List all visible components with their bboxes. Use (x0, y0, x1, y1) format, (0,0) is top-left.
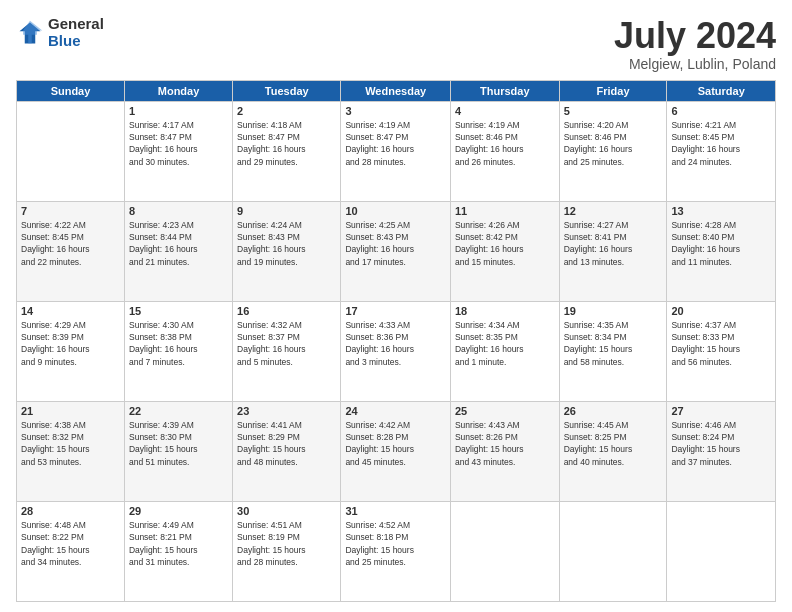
day-info: Sunrise: 4:19 AM Sunset: 8:47 PM Dayligh… (345, 119, 446, 168)
calendar-cell: 26Sunrise: 4:45 AM Sunset: 8:25 PM Dayli… (559, 401, 667, 501)
calendar-table: Sunday Monday Tuesday Wednesday Thursday… (16, 80, 776, 602)
col-monday: Monday (124, 80, 232, 101)
day-info: Sunrise: 4:18 AM Sunset: 8:47 PM Dayligh… (237, 119, 336, 168)
calendar-cell: 31Sunrise: 4:52 AM Sunset: 8:18 PM Dayli… (341, 501, 451, 601)
col-saturday: Saturday (667, 80, 776, 101)
day-number: 10 (345, 205, 446, 217)
day-number: 19 (564, 305, 663, 317)
day-info: Sunrise: 4:49 AM Sunset: 8:21 PM Dayligh… (129, 519, 228, 568)
day-number: 23 (237, 405, 336, 417)
day-number: 1 (129, 105, 228, 117)
calendar-week-5: 28Sunrise: 4:48 AM Sunset: 8:22 PM Dayli… (17, 501, 776, 601)
col-thursday: Thursday (450, 80, 559, 101)
day-number: 6 (671, 105, 771, 117)
day-number: 21 (21, 405, 120, 417)
calendar-cell: 4Sunrise: 4:19 AM Sunset: 8:46 PM Daylig… (450, 101, 559, 201)
day-info: Sunrise: 4:52 AM Sunset: 8:18 PM Dayligh… (345, 519, 446, 568)
day-number: 27 (671, 405, 771, 417)
calendar-cell: 2Sunrise: 4:18 AM Sunset: 8:47 PM Daylig… (233, 101, 341, 201)
calendar-cell: 10Sunrise: 4:25 AM Sunset: 8:43 PM Dayli… (341, 201, 451, 301)
day-number: 9 (237, 205, 336, 217)
calendar-week-2: 7Sunrise: 4:22 AM Sunset: 8:45 PM Daylig… (17, 201, 776, 301)
header-row: Sunday Monday Tuesday Wednesday Thursday… (17, 80, 776, 101)
logo: General Blue (16, 16, 104, 49)
calendar-cell (17, 101, 125, 201)
day-number: 26 (564, 405, 663, 417)
day-number: 18 (455, 305, 555, 317)
day-info: Sunrise: 4:39 AM Sunset: 8:30 PM Dayligh… (129, 419, 228, 468)
title-block: July 2024 Melgiew, Lublin, Poland (614, 16, 776, 72)
day-info: Sunrise: 4:41 AM Sunset: 8:29 PM Dayligh… (237, 419, 336, 468)
day-number: 4 (455, 105, 555, 117)
calendar-cell: 5Sunrise: 4:20 AM Sunset: 8:46 PM Daylig… (559, 101, 667, 201)
day-number: 14 (21, 305, 120, 317)
calendar-cell: 18Sunrise: 4:34 AM Sunset: 8:35 PM Dayli… (450, 301, 559, 401)
calendar-cell (667, 501, 776, 601)
day-number: 20 (671, 305, 771, 317)
day-info: Sunrise: 4:33 AM Sunset: 8:36 PM Dayligh… (345, 319, 446, 368)
calendar-cell (450, 501, 559, 601)
day-number: 3 (345, 105, 446, 117)
col-tuesday: Tuesday (233, 80, 341, 101)
day-info: Sunrise: 4:32 AM Sunset: 8:37 PM Dayligh… (237, 319, 336, 368)
day-info: Sunrise: 4:25 AM Sunset: 8:43 PM Dayligh… (345, 219, 446, 268)
calendar-cell: 29Sunrise: 4:49 AM Sunset: 8:21 PM Dayli… (124, 501, 232, 601)
day-number: 28 (21, 505, 120, 517)
day-info: Sunrise: 4:35 AM Sunset: 8:34 PM Dayligh… (564, 319, 663, 368)
day-info: Sunrise: 4:28 AM Sunset: 8:40 PM Dayligh… (671, 219, 771, 268)
day-number: 22 (129, 405, 228, 417)
col-sunday: Sunday (17, 80, 125, 101)
day-info: Sunrise: 4:38 AM Sunset: 8:32 PM Dayligh… (21, 419, 120, 468)
day-number: 13 (671, 205, 771, 217)
day-number: 31 (345, 505, 446, 517)
day-number: 5 (564, 105, 663, 117)
calendar-cell: 27Sunrise: 4:46 AM Sunset: 8:24 PM Dayli… (667, 401, 776, 501)
calendar-cell: 16Sunrise: 4:32 AM Sunset: 8:37 PM Dayli… (233, 301, 341, 401)
main-title: July 2024 (614, 16, 776, 56)
day-info: Sunrise: 4:45 AM Sunset: 8:25 PM Dayligh… (564, 419, 663, 468)
day-number: 11 (455, 205, 555, 217)
day-info: Sunrise: 4:26 AM Sunset: 8:42 PM Dayligh… (455, 219, 555, 268)
calendar-cell: 8Sunrise: 4:23 AM Sunset: 8:44 PM Daylig… (124, 201, 232, 301)
day-number: 7 (21, 205, 120, 217)
calendar-cell: 3Sunrise: 4:19 AM Sunset: 8:47 PM Daylig… (341, 101, 451, 201)
header: General Blue July 2024 Melgiew, Lublin, … (16, 16, 776, 72)
day-number: 30 (237, 505, 336, 517)
calendar-cell: 11Sunrise: 4:26 AM Sunset: 8:42 PM Dayli… (450, 201, 559, 301)
day-info: Sunrise: 4:20 AM Sunset: 8:46 PM Dayligh… (564, 119, 663, 168)
calendar-cell: 7Sunrise: 4:22 AM Sunset: 8:45 PM Daylig… (17, 201, 125, 301)
day-info: Sunrise: 4:30 AM Sunset: 8:38 PM Dayligh… (129, 319, 228, 368)
logo-icon (16, 19, 44, 47)
day-number: 8 (129, 205, 228, 217)
day-number: 2 (237, 105, 336, 117)
calendar-cell: 17Sunrise: 4:33 AM Sunset: 8:36 PM Dayli… (341, 301, 451, 401)
day-number: 25 (455, 405, 555, 417)
day-info: Sunrise: 4:17 AM Sunset: 8:47 PM Dayligh… (129, 119, 228, 168)
subtitle: Melgiew, Lublin, Poland (614, 56, 776, 72)
day-info: Sunrise: 4:48 AM Sunset: 8:22 PM Dayligh… (21, 519, 120, 568)
calendar-cell: 20Sunrise: 4:37 AM Sunset: 8:33 PM Dayli… (667, 301, 776, 401)
calendar-cell: 1Sunrise: 4:17 AM Sunset: 8:47 PM Daylig… (124, 101, 232, 201)
day-info: Sunrise: 4:29 AM Sunset: 8:39 PM Dayligh… (21, 319, 120, 368)
calendar-cell: 25Sunrise: 4:43 AM Sunset: 8:26 PM Dayli… (450, 401, 559, 501)
calendar-cell: 24Sunrise: 4:42 AM Sunset: 8:28 PM Dayli… (341, 401, 451, 501)
calendar-cell: 19Sunrise: 4:35 AM Sunset: 8:34 PM Dayli… (559, 301, 667, 401)
calendar-cell: 28Sunrise: 4:48 AM Sunset: 8:22 PM Dayli… (17, 501, 125, 601)
calendar-cell: 21Sunrise: 4:38 AM Sunset: 8:32 PM Dayli… (17, 401, 125, 501)
day-number: 16 (237, 305, 336, 317)
calendar-cell: 14Sunrise: 4:29 AM Sunset: 8:39 PM Dayli… (17, 301, 125, 401)
day-info: Sunrise: 4:24 AM Sunset: 8:43 PM Dayligh… (237, 219, 336, 268)
logo-general-text: General (48, 16, 104, 33)
day-info: Sunrise: 4:27 AM Sunset: 8:41 PM Dayligh… (564, 219, 663, 268)
day-info: Sunrise: 4:43 AM Sunset: 8:26 PM Dayligh… (455, 419, 555, 468)
col-friday: Friday (559, 80, 667, 101)
calendar-cell (559, 501, 667, 601)
calendar-cell: 12Sunrise: 4:27 AM Sunset: 8:41 PM Dayli… (559, 201, 667, 301)
day-number: 29 (129, 505, 228, 517)
page: General Blue July 2024 Melgiew, Lublin, … (0, 0, 792, 612)
calendar-week-1: 1Sunrise: 4:17 AM Sunset: 8:47 PM Daylig… (17, 101, 776, 201)
logo-blue-text: Blue (48, 33, 104, 50)
day-number: 12 (564, 205, 663, 217)
calendar-cell: 13Sunrise: 4:28 AM Sunset: 8:40 PM Dayli… (667, 201, 776, 301)
day-info: Sunrise: 4:34 AM Sunset: 8:35 PM Dayligh… (455, 319, 555, 368)
